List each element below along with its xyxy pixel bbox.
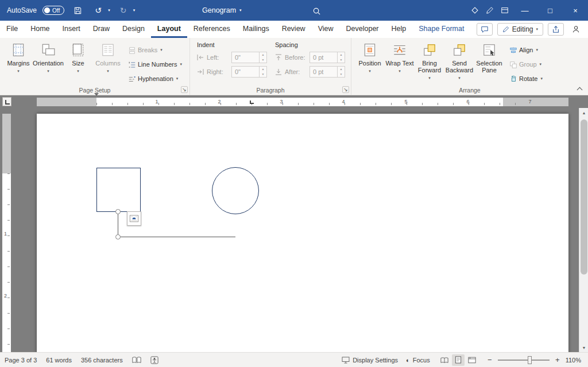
proofing-status-icon[interactable]	[132, 356, 141, 364]
tab-design[interactable]: Design	[116, 21, 151, 38]
scroll-down-arrow[interactable]: ▼	[579, 343, 588, 352]
print-layout-button[interactable]	[452, 354, 465, 366]
draw-pen-icon[interactable]	[482, 3, 497, 18]
paragraph-group-label: Paragraph	[256, 87, 284, 94]
rotate-button[interactable]: Rotate ▾	[506, 72, 546, 85]
focus-mode-button[interactable]: ◐ Focus	[406, 357, 430, 364]
presence-person-icon[interactable]	[568, 22, 583, 37]
connector-horizontal-segment[interactable]	[118, 237, 235, 237]
margins-button[interactable]: Margins ▾	[3, 40, 33, 85]
page-setup-group: Margins ▾ Orientation ▾ Size ▾	[0, 38, 189, 95]
hyphenation-icon	[128, 75, 135, 82]
ruler-number: 5	[404, 99, 407, 105]
page-count-indicator[interactable]: Page 3 of 3	[5, 357, 37, 364]
premium-diamond-icon[interactable]	[467, 3, 482, 18]
scrollbar-thumb[interactable]	[581, 119, 587, 275]
connector-endpoint-handle-bottom[interactable]	[115, 234, 121, 239]
tab-shape-format[interactable]: Shape Format	[412, 21, 470, 38]
document-title-dropdown[interactable]: Genogram ▾	[202, 0, 242, 21]
arrange-footer: Arrange	[351, 85, 588, 95]
undo-dropdown-icon[interactable]: ▾	[108, 8, 110, 13]
align-button[interactable]: Align ▾	[506, 44, 546, 56]
spacing-after-row: After: 0 pt ▲▼	[275, 66, 345, 78]
search-icon[interactable]	[309, 3, 324, 18]
spacing-before-input[interactable]: 0 pt ▲▼	[310, 52, 345, 63]
spacing-after-input[interactable]: 0 pt ▲▼	[310, 66, 345, 78]
zoom-slider-thumb[interactable]	[528, 356, 532, 364]
save-icon[interactable]	[70, 3, 85, 18]
spacing-before-spinners[interactable]: ▲▼	[337, 52, 345, 63]
horizontal-ruler[interactable]: 1 2 3 4 5 6 7	[37, 98, 568, 106]
line-numbers-label: Line Numbers	[138, 61, 177, 68]
character-count-indicator[interactable]: 356 characters	[81, 357, 123, 364]
tab-layout[interactable]: Layout	[151, 21, 187, 38]
position-chevron-icon: ▾	[369, 68, 371, 75]
share-icon[interactable]	[548, 23, 564, 36]
vertical-scrollbar[interactable]: ▲ ▼	[579, 108, 588, 352]
connector-endpoint-handle-top[interactable]	[115, 209, 121, 214]
comments-icon[interactable]	[477, 23, 493, 36]
vertical-ruler-ticks	[7, 173, 10, 352]
hyphenation-button[interactable]: Hyphenation ▾	[125, 72, 185, 85]
tab-home[interactable]: Home	[24, 21, 56, 38]
indent-right-input[interactable]: 0" ▲▼	[231, 66, 267, 78]
group-chevron-icon: ▾	[540, 62, 542, 67]
scroll-up-arrow[interactable]: ▲	[579, 108, 588, 117]
vertical-ruler[interactable]: 1 2 3	[2, 114, 11, 352]
indent-right-spinners[interactable]: ▲▼	[259, 67, 266, 77]
editing-mode-dropdown[interactable]: Editing ▾	[497, 23, 543, 36]
maximize-button[interactable]: □	[537, 0, 563, 21]
customize-quick-access-icon[interactable]: ▾	[133, 8, 136, 13]
spacing-after-spinners[interactable]: ▲▼	[337, 67, 345, 77]
word-count-indicator[interactable]: 61 words	[46, 357, 72, 364]
tab-stop-marker[interactable]	[250, 101, 254, 104]
zoom-in-button[interactable]: +	[554, 356, 561, 364]
oval-shape[interactable]	[212, 167, 259, 214]
size-button[interactable]: Size ▾	[63, 40, 93, 85]
ribbon-display-options-icon[interactable]	[497, 3, 512, 18]
tab-view[interactable]: View	[312, 21, 340, 38]
ribbon-tab-row: File Home Insert Draw Design Layout Refe…	[0, 21, 588, 38]
collapse-ribbon-icon[interactable]	[577, 86, 582, 92]
autosave-toggle[interactable]: Off	[42, 6, 64, 15]
indent-left-spinners[interactable]: ▲▼	[259, 52, 266, 63]
web-layout-button[interactable]	[466, 354, 478, 366]
send-backward-button[interactable]: Send Backward ▾	[444, 40, 474, 85]
wrap-text-button[interactable]: Wrap Text ▾	[385, 40, 415, 85]
display-settings-button[interactable]: Display Settings	[342, 357, 398, 364]
bring-forward-button[interactable]: Bring Forward ▾	[415, 40, 444, 85]
tab-file[interactable]: File	[0, 21, 24, 38]
tab-help[interactable]: Help	[385, 21, 413, 38]
wrap-text-icon	[392, 43, 407, 59]
columns-label: Columns	[95, 60, 120, 67]
paragraph-dialog-launcher[interactable]: ↘	[342, 86, 349, 93]
orientation-icon	[41, 43, 56, 59]
orientation-button[interactable]: Orientation ▾	[33, 40, 63, 85]
rectangle-shape[interactable]	[96, 168, 141, 212]
page-setup-dialog-launcher[interactable]: ↘	[181, 86, 188, 93]
layout-options-button[interactable]	[127, 211, 141, 226]
undo-icon[interactable]: ↺	[91, 3, 106, 18]
margins-chevron-icon: ▾	[17, 68, 20, 75]
tab-developer[interactable]: Developer	[340, 21, 385, 38]
tab-mailings[interactable]: Mailings	[237, 21, 276, 38]
zoom-level[interactable]: 110%	[566, 357, 581, 364]
indent-left-input[interactable]: 0" ▲▼	[231, 52, 267, 63]
connector-vertical-segment[interactable]	[118, 212, 118, 237]
tab-references[interactable]: References	[187, 21, 237, 38]
tab-insert[interactable]: Insert	[56, 21, 87, 38]
tab-review[interactable]: Review	[276, 21, 312, 38]
minimize-button[interactable]: —	[512, 0, 537, 21]
read-mode-button[interactable]	[438, 354, 451, 366]
send-backward-chevron-icon: ▾	[458, 75, 461, 82]
close-button[interactable]: ×	[563, 0, 588, 21]
line-numbers-button[interactable]: Line Numbers ▾	[125, 58, 185, 71]
document-page[interactable]	[37, 114, 568, 352]
tab-selector-button[interactable]	[2, 97, 11, 106]
accessibility-checker-icon[interactable]	[150, 356, 158, 364]
zoom-out-button[interactable]: −	[486, 356, 493, 364]
tab-draw[interactable]: Draw	[87, 21, 116, 38]
position-button[interactable]: Position ▾	[355, 40, 385, 85]
selection-pane-button[interactable]: Selection Pane	[474, 40, 504, 85]
zoom-slider[interactable]	[498, 360, 550, 361]
